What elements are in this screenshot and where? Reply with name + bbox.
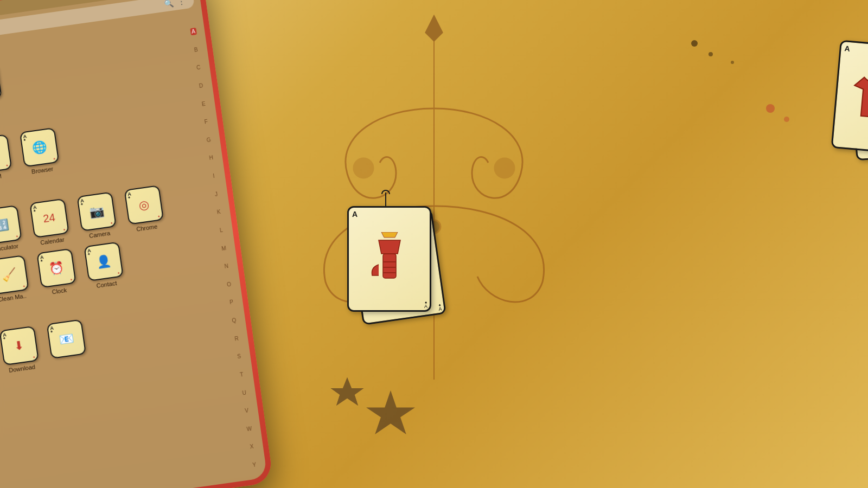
calculator-icon: 🔢 ♠: [0, 205, 22, 245]
chrome-icon: ◎ ♠: [124, 185, 163, 224]
svg-rect-13: [383, 254, 396, 278]
flashlight-card-front: A A ♠: [347, 206, 431, 312]
app-bbm[interactable]: ⚙ ♠ BBM: [0, 133, 17, 183]
contact-label: Contact: [96, 280, 117, 289]
calendar-label: Calendar: [40, 236, 65, 246]
download-label: Download: [9, 363, 36, 374]
alpha-u[interactable]: U: [241, 389, 248, 396]
download-icon: ⬇ ♠: [0, 326, 39, 365]
app-clean-master[interactable]: 🧹 ♠ Clean Ma..: [0, 254, 34, 304]
svg-marker-14: [379, 240, 400, 254]
contact-icon: 👤 ♠: [84, 242, 123, 281]
more-icon[interactable]: ⋮: [177, 0, 186, 7]
svg-point-3: [495, 158, 514, 178]
app-contact[interactable]: 👤 ♠ Contact: [79, 241, 128, 291]
alpha-l[interactable]: L: [218, 226, 224, 234]
app-chrome[interactable]: ◎ ♠ Chrome: [120, 184, 169, 234]
browser-icon: 🌐 ♠: [19, 127, 59, 167]
alpha-d[interactable]: D: [197, 82, 205, 89]
search-icon[interactable]: 🔍: [164, 0, 174, 9]
clean-master-label: Clean Ma..: [0, 292, 27, 303]
svg-marker-6: [366, 390, 415, 434]
app-calendar[interactable]: 24 ♠ Calendar: [25, 198, 74, 247]
svg-point-9: [709, 52, 713, 56]
alpha-p[interactable]: P: [228, 298, 234, 306]
clock-label: Clock: [52, 287, 67, 296]
alpha-w[interactable]: W: [245, 425, 253, 433]
svg-marker-7: [331, 377, 364, 406]
app-browser[interactable]: 🌐 ♠ Browser: [15, 127, 64, 176]
alpha-v[interactable]: V: [244, 407, 250, 414]
app-calculator[interactable]: 🔢 ♠ Calculator: [0, 204, 27, 254]
alpha-t[interactable]: T: [238, 371, 245, 378]
alpha-r[interactable]: R: [233, 335, 240, 342]
chrome-label: Chrome: [136, 223, 158, 232]
svg-marker-1: [426, 16, 442, 41]
alpha-n[interactable]: N: [223, 262, 230, 270]
app-amazon[interactable]: 🐍 ♠ Amazon: [0, 63, 7, 112]
alpha-o[interactable]: O: [225, 280, 232, 288]
calendar-icon: 24 ♠: [29, 198, 69, 238]
svg-marker-15: [381, 232, 398, 237]
app-download[interactable]: ⬇ ♠ Download: [0, 325, 44, 375]
app-clock[interactable]: ⏰ ♠ Clock: [32, 248, 81, 297]
svg-point-12: [784, 117, 789, 122]
camera-icon: 📷 ♠: [76, 192, 116, 232]
amazon-icon: 🐍 ♠: [0, 63, 2, 103]
bbm-icon: ⚙ ♠: [0, 134, 12, 174]
calculator-label: Calculator: [0, 242, 19, 253]
svg-marker-5: [331, 377, 364, 406]
bbm-label: BBM: [0, 173, 2, 181]
alpha-c[interactable]: C: [195, 64, 202, 72]
playing-card-shirt: A A: [831, 40, 868, 155]
alpha-k[interactable]: K: [215, 208, 222, 216]
alpha-h[interactable]: H: [208, 154, 215, 162]
search-action-icons: 🔍 ⋮: [164, 0, 186, 9]
svg-point-2: [354, 158, 373, 178]
alpha-j[interactable]: J: [213, 190, 219, 198]
camera-label: Camera: [88, 230, 110, 239]
alpha-i[interactable]: I: [212, 172, 216, 180]
alpha-b[interactable]: B: [193, 46, 199, 53]
app-partial[interactable]: 📧: [42, 319, 91, 368]
browser-label: Browser: [31, 165, 54, 175]
alpha-x[interactable]: X: [248, 443, 255, 451]
alpha-y[interactable]: Y: [251, 461, 258, 468]
alpha-m[interactable]: M: [220, 244, 228, 252]
svg-point-8: [691, 40, 698, 47]
clean-master-icon: 🧹 ♠: [0, 255, 29, 294]
alpha-g[interactable]: G: [205, 136, 212, 144]
alpha-f[interactable]: F: [203, 118, 209, 125]
app-camera[interactable]: 📷 ♠ Camera: [73, 191, 122, 240]
alpha-e[interactable]: E: [200, 100, 207, 107]
partial-icon: 📧: [46, 319, 86, 359]
svg-point-10: [731, 61, 734, 64]
alpha-s[interactable]: S: [235, 352, 242, 360]
clock-icon: ⏰ ♠: [36, 248, 76, 288]
alpha-q[interactable]: Q: [231, 317, 238, 325]
alpha-a[interactable]: A: [190, 28, 196, 35]
svg-point-11: [766, 104, 775, 113]
